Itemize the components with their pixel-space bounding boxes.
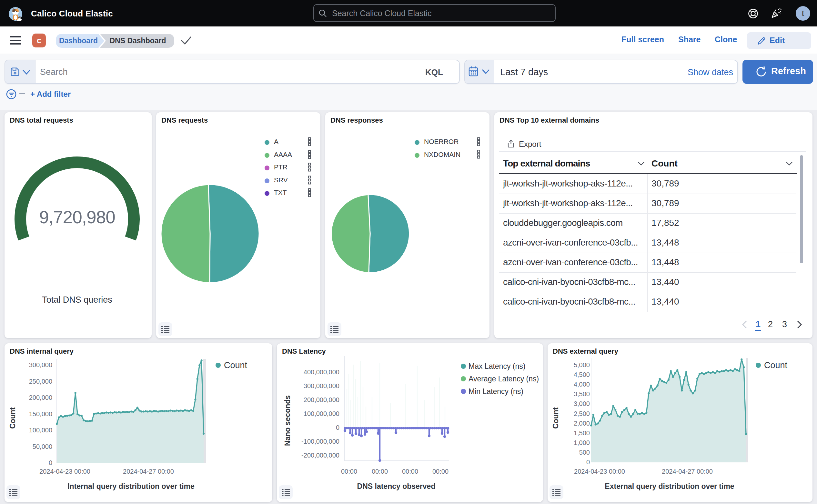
svg-text:Dashboard: Dashboard — [59, 36, 98, 45]
svg-text:Total DNS queries: Total DNS queries — [42, 295, 112, 305]
svg-text:9,720,980: 9,720,980 — [39, 207, 115, 227]
svg-text:DNS Dashboard: DNS Dashboard — [109, 36, 166, 45]
